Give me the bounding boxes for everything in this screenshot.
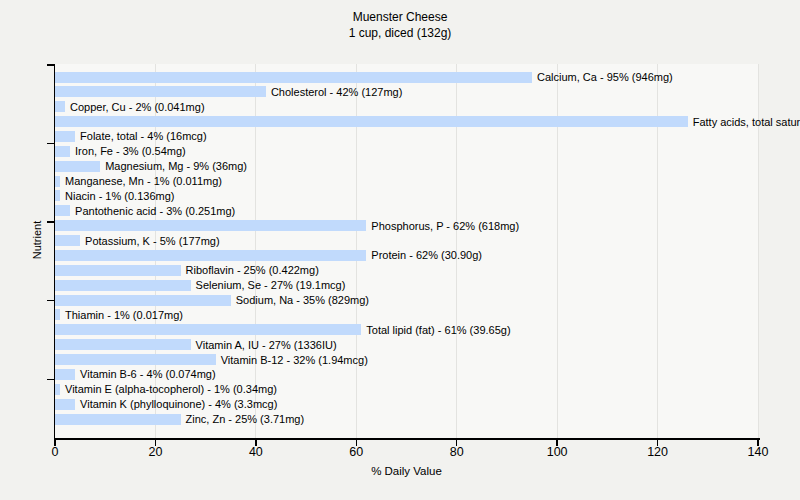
bar (55, 205, 70, 216)
bar-row: Folate, total - 4% (16mcg) (55, 129, 207, 144)
bar-label: Vitamin B-12 - 32% (1.94mcg) (221, 354, 368, 366)
bar (55, 280, 191, 291)
y-tick-mark (47, 64, 54, 66)
bar-label: Phosphorus, P - 62% (618mg) (371, 220, 519, 232)
bar-label: Iron, Fe - 3% (0.54mg) (75, 145, 186, 157)
bar (55, 369, 75, 380)
x-tick-label: 0 (52, 445, 59, 459)
bar-row: Zinc, Zn - 25% (3.71mg) (55, 412, 304, 427)
bar (55, 354, 216, 365)
y-tick-mark (47, 379, 54, 381)
bar (55, 384, 60, 395)
x-axis-label: % Daily Value (55, 465, 758, 477)
bar-label: Potassium, K - 5% (177mg) (85, 235, 220, 247)
nutrition-facts-chart: Muenster Cheese 1 cup, diced (132g) Nutr… (0, 0, 800, 500)
bar-label: Riboflavin - 25% (0.422mg) (186, 264, 319, 276)
bar (55, 176, 60, 187)
x-tick-label: 40 (249, 445, 263, 459)
bar (55, 146, 70, 157)
bar-label: Cholesterol - 42% (127mg) (271, 86, 402, 98)
chart-subtitle: 1 cup, diced (132g) (0, 25, 800, 41)
bar-label: Folate, total - 4% (16mcg) (80, 130, 207, 142)
bar-row: Niacin - 1% (0.136mg) (55, 188, 174, 203)
x-tick-label: 100 (547, 445, 568, 459)
x-tick-label: 20 (148, 445, 162, 459)
bar-row: Magnesium, Mg - 9% (36mg) (55, 159, 247, 174)
bar-label: Protein - 62% (30.90g) (371, 249, 482, 261)
bar-label: Sodium, Na - 35% (829mg) (236, 294, 369, 306)
bar-row: Vitamin B-12 - 32% (1.94mcg) (55, 352, 368, 367)
bar-label: Vitamin A, IU - 27% (1336IU) (196, 339, 337, 351)
bar-row: Vitamin E (alpha-tocopherol) - 1% (0.34m… (55, 382, 277, 397)
bar (55, 220, 366, 231)
y-axis-label: Nutrient (31, 221, 43, 260)
bar (55, 72, 532, 83)
bar-label: Magnesium, Mg - 9% (36mg) (105, 160, 247, 172)
y-tick-mark (47, 300, 54, 302)
bar (55, 250, 366, 261)
bar-row: Vitamin K (phylloquinone) - 4% (3.3mcg) (55, 397, 277, 412)
bar-label: Calcium, Ca - 95% (946mg) (537, 71, 673, 83)
bar-label: Total lipid (fat) - 61% (39.65g) (366, 324, 510, 336)
bar (55, 116, 688, 127)
bar-label: Manganese, Mn - 1% (0.011mg) (65, 175, 222, 187)
bar (55, 414, 181, 425)
bar-row: Phosphorus, P - 62% (618mg) (55, 218, 519, 233)
bar-row: Protein - 62% (30.90g) (55, 248, 482, 263)
chart-title-block: Muenster Cheese 1 cup, diced (132g) (0, 9, 800, 41)
y-tick-mark (47, 143, 54, 145)
bar (55, 324, 361, 335)
bar (55, 86, 266, 97)
bar-row: Copper, Cu - 2% (0.041mg) (55, 99, 205, 114)
bar-row: Thiamin - 1% (0.017mg) (55, 307, 183, 322)
bar (55, 399, 75, 410)
chart-title: Muenster Cheese (0, 9, 800, 25)
bar-row: Potassium, K - 5% (177mg) (55, 233, 220, 248)
bar-row: Cholesterol - 42% (127mg) (55, 84, 402, 99)
bar-row: Calcium, Ca - 95% (946mg) (55, 70, 673, 85)
x-tick-label: 80 (450, 445, 464, 459)
bar (55, 339, 191, 350)
bar (55, 131, 75, 142)
bar-row: Vitamin B-6 - 4% (0.074mg) (55, 367, 216, 382)
bar-label: Zinc, Zn - 25% (3.71mg) (186, 413, 305, 425)
bar-label: Vitamin B-6 - 4% (0.074mg) (80, 368, 216, 380)
bar-row: Sodium, Na - 35% (829mg) (55, 293, 369, 308)
bar-row: Riboflavin - 25% (0.422mg) (55, 263, 319, 278)
bar (55, 161, 100, 172)
bar-row: Manganese, Mn - 1% (0.011mg) (55, 174, 222, 189)
x-tick-label: 140 (748, 445, 769, 459)
bar-label: Fatty acids, total saturated - 126% (25.… (693, 116, 800, 128)
bar-label: Selenium, Se - 27% (19.1mcg) (196, 279, 346, 291)
bar-row: Iron, Fe - 3% (0.54mg) (55, 144, 186, 159)
bar-label: Vitamin K (phylloquinone) - 4% (3.3mcg) (80, 398, 277, 410)
bar (55, 235, 80, 246)
bar-label: Pantothenic acid - 3% (0.251mg) (75, 205, 235, 217)
x-axis-line (54, 438, 760, 440)
bar-row: Vitamin A, IU - 27% (1336IU) (55, 337, 337, 352)
x-tick-label: 60 (349, 445, 363, 459)
bar-label: Copper, Cu - 2% (0.041mg) (70, 101, 205, 113)
bar-label: Thiamin - 1% (0.017mg) (65, 309, 183, 321)
y-axis-line (54, 64, 56, 440)
bar (55, 101, 65, 112)
bar (55, 265, 181, 276)
bar-row: Selenium, Se - 27% (19.1mcg) (55, 278, 345, 293)
bar-label: Vitamin E (alpha-tocopherol) - 1% (0.34m… (65, 383, 277, 395)
bar-row: Pantothenic acid - 3% (0.251mg) (55, 203, 235, 218)
bar (55, 309, 60, 320)
y-tick-mark (47, 221, 54, 223)
bar-row: Fatty acids, total saturated - 126% (25.… (55, 114, 800, 129)
bar (55, 295, 231, 306)
plot-area: Calcium, Ca - 95% (946mg)Cholesterol - 4… (55, 64, 758, 438)
x-tick-label: 120 (647, 445, 668, 459)
bar-row: Total lipid (fat) - 61% (39.65g) (55, 322, 511, 337)
bar-label: Niacin - 1% (0.136mg) (65, 190, 174, 202)
bar (55, 190, 60, 201)
